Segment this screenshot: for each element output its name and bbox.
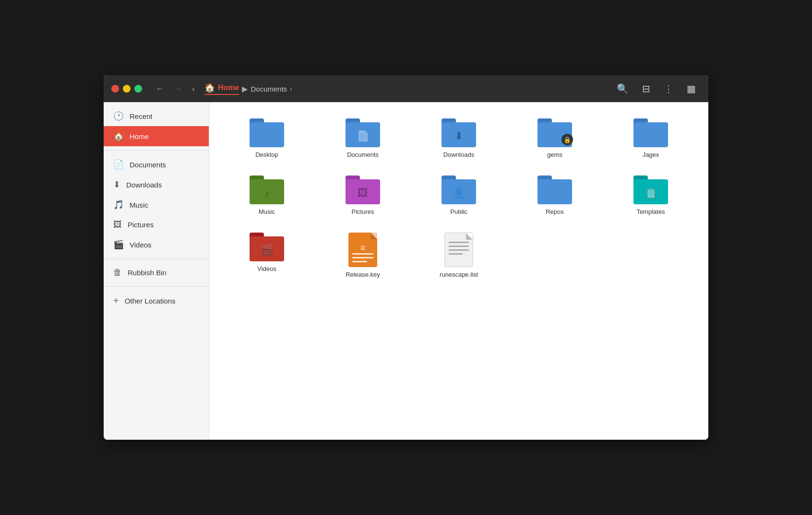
file-area: Desktop 📄 Documents [209, 102, 708, 440]
pictures-folder-icon: 🖼 [346, 176, 380, 204]
home-icon: 🏠 [204, 82, 215, 93]
documents-label: Documents [347, 151, 379, 158]
file-item-gems[interactable]: 🔒 gems [509, 112, 601, 165]
sidebar-item-videos[interactable]: 🎬 Videos [104, 234, 209, 255]
public-folder-icon: 👤 [442, 176, 476, 204]
window-buttons [111, 85, 142, 93]
sidebar-label-downloads: Downloads [126, 181, 162, 189]
minimize-button[interactable] [123, 85, 131, 93]
runescapelist-doc-icon [444, 233, 473, 267]
search-button[interactable]: 🔍 [612, 80, 633, 97]
desktop-label: Desktop [255, 151, 278, 158]
view-toggle-button[interactable]: ⊟ [637, 80, 655, 97]
titlebar: ← → ‹ 🏠 Home ▶ Documents › 🔍 ⊟ ⋮ ▦ [104, 75, 708, 102]
templates-label: Templates [636, 208, 665, 215]
documents-icon: 📄 [113, 159, 124, 170]
videos-folder-icon: 🎬 [250, 233, 284, 261]
sidebar-item-recent[interactable]: 🕐 Recent [104, 106, 209, 126]
pictures-folder-symbol: 🖼 [358, 187, 368, 199]
music-icon: 🎵 [113, 199, 124, 210]
pictures-icon: 🖼 [113, 220, 122, 230]
sidebar-label-music: Music [130, 201, 148, 209]
recent-icon: 🕐 [113, 111, 124, 121]
nav-buttons: ← → ‹ [152, 82, 199, 96]
downloads-folder-symbol: ⬇ [454, 130, 463, 142]
releasekey-doc-icon: ≡ [348, 233, 377, 267]
forward-button[interactable]: → [170, 82, 186, 96]
sidebar-label-recent: Recent [130, 112, 153, 120]
public-folder-symbol: 👤 [453, 187, 466, 199]
gems-folder-icon: 🔒 [537, 118, 572, 147]
sidebar-item-home[interactable]: 🏠 Home [104, 126, 209, 146]
close-button[interactable] [111, 85, 119, 93]
file-item-videos[interactable]: 🎬 Videos [221, 226, 313, 285]
downloads-label: Downloads [443, 151, 474, 158]
pictures-label: Pictures [352, 208, 374, 215]
sidebar-item-rubbish[interactable]: 🗑 Rubbish Bin [104, 263, 209, 282]
releasekey-label: Release.key [346, 271, 380, 278]
repos-folder-icon [537, 176, 572, 204]
sidebar-item-other[interactable]: + Other Locations [104, 291, 209, 311]
toolbar-right: 🔍 ⊟ ⋮ ▦ [612, 80, 701, 97]
sidebar: 🕐 Recent 🏠 Home 📄 Documents ⬇ Downloads … [104, 102, 209, 440]
repos-label: Repos [546, 208, 564, 215]
downloads-folder-icon: ⬇ [442, 118, 476, 147]
sidebar-label-documents: Documents [130, 161, 166, 169]
file-item-jagex[interactable]: Jagex [605, 112, 697, 165]
lock-badge: 🔒 [561, 134, 573, 145]
rubbish-icon: 🗑 [113, 268, 122, 278]
sidebar-label-rubbish: Rubbish Bin [128, 269, 167, 277]
main-content: 🕐 Recent 🏠 Home 📄 Documents ⬇ Downloads … [104, 102, 708, 440]
maximize-button[interactable] [134, 85, 142, 93]
home-sidebar-icon: 🏠 [113, 131, 124, 141]
documents-folder-icon: 📄 [346, 118, 380, 147]
back-button[interactable]: ← [152, 82, 168, 96]
downloads-icon: ⬇ [113, 179, 120, 190]
file-item-releasekey[interactable]: ≡ Release.key [317, 226, 409, 285]
file-item-desktop[interactable]: Desktop [221, 112, 313, 165]
music-folder-icon: ♪ [250, 176, 284, 204]
jagex-label: Jagex [643, 151, 659, 158]
breadcrumb: 🏠 Home ▶ Documents › [204, 82, 606, 95]
file-item-templates[interactable]: 📋 Templates [605, 169, 697, 222]
file-item-public[interactable]: 👤 Public [413, 169, 505, 222]
home-breadcrumb[interactable]: 🏠 Home [204, 82, 239, 95]
file-item-repos[interactable]: Repos [509, 169, 601, 222]
sidebar-label-home: Home [130, 132, 149, 140]
menu-button[interactable]: ⋮ [659, 80, 678, 97]
prev-button[interactable]: ‹ [188, 82, 199, 96]
breadcrumb-separator: ▶ [242, 84, 248, 94]
sidebar-label-pictures: Pictures [128, 221, 154, 229]
file-item-downloads[interactable]: ⬇ Downloads [413, 112, 505, 165]
file-item-music[interactable]: ♪ Music [221, 169, 313, 222]
documents-folder-symbol: 📄 [357, 130, 370, 142]
file-item-runescapelist[interactable]: runescape.list [413, 226, 505, 285]
grid-button[interactable]: ▦ [682, 80, 701, 97]
music-folder-symbol: ♪ [264, 187, 270, 199]
jagex-folder-icon [633, 118, 668, 147]
gems-label: gems [547, 151, 562, 158]
file-item-documents[interactable]: 📄 Documents [317, 112, 409, 165]
list-doc-fold [466, 233, 473, 240]
sidebar-label-other: Other Locations [125, 297, 176, 305]
file-manager-window: ← → ‹ 🏠 Home ▶ Documents › 🔍 ⊟ ⋮ ▦ 🕐 Rec… [104, 75, 708, 440]
documents-breadcrumb[interactable]: Documents [251, 85, 287, 93]
videos-folder-symbol: 🎬 [261, 244, 274, 257]
sidebar-item-documents[interactable]: 📄 Documents [104, 154, 209, 175]
music-label: Music [259, 208, 275, 215]
breadcrumb-arrow: › [290, 85, 292, 93]
sidebar-item-pictures[interactable]: 🖼 Pictures [104, 215, 209, 234]
sidebar-item-music[interactable]: 🎵 Music [104, 195, 209, 215]
templates-folder-icon: 📋 [633, 176, 668, 204]
templates-folder-symbol: 📋 [645, 187, 657, 199]
other-icon: + [113, 295, 119, 306]
sidebar-item-downloads[interactable]: ⬇ Downloads [104, 175, 209, 195]
sidebar-divider-3 [104, 286, 209, 287]
runescapelist-label: runescape.list [440, 271, 478, 278]
file-grid: Desktop 📄 Documents [221, 112, 697, 285]
sidebar-divider-2 [104, 258, 209, 259]
home-label: Home [218, 83, 239, 92]
videos-label: Videos [257, 265, 276, 272]
doc-fold [370, 233, 377, 239]
file-item-pictures[interactable]: 🖼 Pictures [317, 169, 409, 222]
